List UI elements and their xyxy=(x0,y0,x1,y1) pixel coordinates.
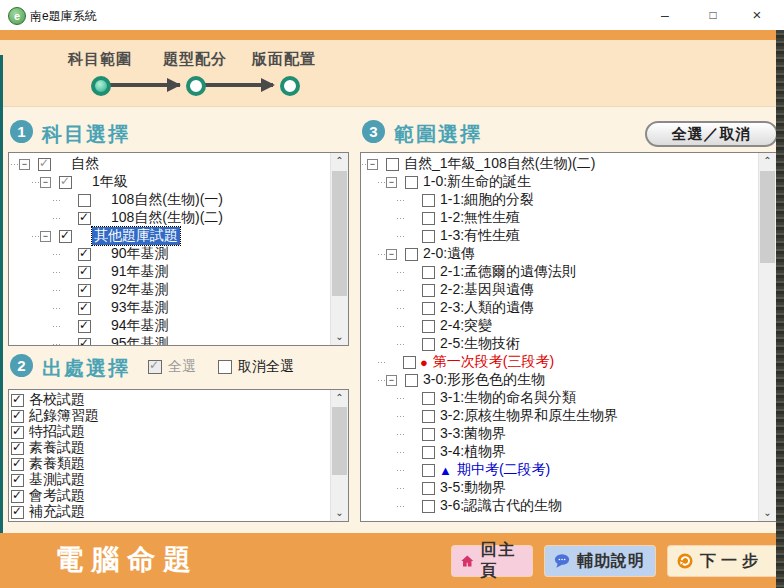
tree-item[interactable]: 94年基測 xyxy=(9,317,331,335)
tree-item-label[interactable]: 3-1:生物的命名與分類 xyxy=(440,389,576,407)
checkbox[interactable] xyxy=(422,464,435,477)
tree-item[interactable]: 3-4:植物界 xyxy=(361,443,759,461)
tree-item[interactable]: 3-2:原核生物界和原生生物界 xyxy=(361,407,759,425)
checkbox[interactable] xyxy=(59,230,72,243)
tree-item[interactable]: 1-3:有性生殖 xyxy=(361,227,759,245)
tree-item-label[interactable]: 90年基測 xyxy=(111,245,169,263)
scrollbar-thumb[interactable] xyxy=(332,407,347,475)
expander-icon[interactable]: − xyxy=(40,177,51,188)
list-item[interactable]: 會考試題 xyxy=(11,488,331,504)
checkbox[interactable] xyxy=(422,302,435,315)
tree-item[interactable]: −2-0:遺傳 xyxy=(361,245,759,263)
tree-item-label[interactable]: 3-3:菌物界 xyxy=(440,425,506,443)
checkbox[interactable] xyxy=(422,320,435,333)
expander-icon[interactable]: − xyxy=(386,249,397,260)
tree-item[interactable]: 3-6:認識古代的生物 xyxy=(361,497,759,515)
checkbox[interactable] xyxy=(422,266,435,279)
tree-item-label[interactable]: 自然 xyxy=(71,155,99,173)
tree-item[interactable]: −其他題庫試題 xyxy=(9,227,331,245)
tree-item-label[interactable]: 1年級 xyxy=(92,173,128,191)
tree-item-label[interactable]: 92年基測 xyxy=(111,281,169,299)
list-item[interactable]: 補充試題 xyxy=(11,504,331,520)
tree-item-label[interactable]: 2-3:人類的遺傳 xyxy=(440,299,534,317)
checkbox[interactable] xyxy=(422,194,435,207)
tree-item-label[interactable]: 1-1:細胞的分裂 xyxy=(440,191,534,209)
tree-item-label[interactable]: 108自然(生物)(一) xyxy=(111,191,223,209)
tree-item-label[interactable]: 自然_1年級_108自然(生物)(二) xyxy=(404,155,595,173)
list-item[interactable]: 各校試題 xyxy=(11,392,331,408)
checkbox[interactable] xyxy=(78,284,91,297)
checkbox[interactable] xyxy=(422,482,435,495)
checkbox[interactable] xyxy=(386,158,399,171)
list-item[interactable]: 基測試題 xyxy=(11,472,331,488)
tree-item[interactable]: −1年級 xyxy=(9,173,331,191)
tree-item[interactable]: 95年基測 xyxy=(9,335,331,346)
tree-item-label[interactable]: 1-0:新生命的誕生 xyxy=(423,173,531,191)
list-item[interactable]: 特招試題 xyxy=(11,424,331,440)
tree-item[interactable]: 2-3:人類的遺傳 xyxy=(361,299,759,317)
checkbox[interactable] xyxy=(59,176,72,189)
checkbox[interactable] xyxy=(422,338,435,351)
tree-item-label[interactable]: 3-2:原核生物界和原生生物界 xyxy=(440,407,618,425)
checkbox[interactable] xyxy=(11,394,24,407)
tree-item-label[interactable]: 2-2:基因與遺傳 xyxy=(440,281,534,299)
tree-item-label[interactable]: 2-0:遺傳 xyxy=(423,245,475,263)
checkbox[interactable] xyxy=(422,446,435,459)
checkbox[interactable] xyxy=(78,212,91,225)
checkbox[interactable] xyxy=(422,428,435,441)
checkbox[interactable] xyxy=(78,248,91,261)
tree-item[interactable]: 3-1:生物的命名與分類 xyxy=(361,389,759,407)
tree-item-label[interactable]: 3-4:植物界 xyxy=(440,443,506,461)
list-item[interactable]: 素養類題 xyxy=(11,456,331,472)
tree-item[interactable]: ▲期中考(二段考) xyxy=(361,461,759,479)
tree-item-label[interactable]: 2-1:孟德爾的遺傳法則 xyxy=(440,263,576,281)
expander-icon[interactable]: − xyxy=(386,177,397,188)
checkbox[interactable] xyxy=(405,374,418,387)
expander-icon[interactable]: − xyxy=(19,159,30,170)
tree-item-label[interactable]: 第一次段考(三段考) xyxy=(433,353,554,371)
tree-item-label[interactable]: 95年基測 xyxy=(111,335,169,346)
tree-item-label[interactable]: 2-4:突變 xyxy=(440,317,492,335)
tree-item-label[interactable]: 2-5:生物技術 xyxy=(440,335,520,353)
scroll-down-icon[interactable]: ⌄ xyxy=(331,505,348,521)
tree-item-label[interactable]: 3-6:認識古代的生物 xyxy=(440,497,562,515)
checkbox[interactable] xyxy=(78,194,91,207)
scroll-up-icon[interactable]: ⌃ xyxy=(759,153,776,169)
checkbox[interactable] xyxy=(78,320,91,333)
help-button[interactable]: 輔助說明 xyxy=(545,546,655,576)
checkbox[interactable] xyxy=(78,302,91,315)
maximize-button[interactable]: □ xyxy=(696,0,730,30)
scroll-down-icon[interactable]: ⌄ xyxy=(331,329,348,345)
tree-item[interactable]: 108自然(生物)(二) xyxy=(9,209,331,227)
checkbox[interactable] xyxy=(422,392,435,405)
checkbox[interactable] xyxy=(11,442,24,455)
checkbox[interactable] xyxy=(405,176,418,189)
tree-item[interactable]: 3-3:菌物界 xyxy=(361,425,759,443)
expander-icon[interactable]: − xyxy=(40,231,51,242)
tree-item-label[interactable]: 3-5:動物界 xyxy=(440,479,506,497)
select-toggle-button[interactable]: 全選／取消 xyxy=(645,121,778,147)
tree-item-label[interactable]: 其他題庫試題 xyxy=(92,227,180,245)
scrollbar[interactable]: ⌃ ⌄ xyxy=(758,153,776,521)
checkbox[interactable] xyxy=(11,458,24,471)
checkbox[interactable] xyxy=(405,248,418,261)
checkbox[interactable] xyxy=(11,490,24,503)
scrollbar[interactable]: ⌃ ⌄ xyxy=(330,153,348,345)
checkbox[interactable] xyxy=(78,266,91,279)
checkbox[interactable] xyxy=(11,410,24,423)
tree-item[interactable]: 93年基測 xyxy=(9,299,331,317)
list-item[interactable]: 紀錄簿習題 xyxy=(11,408,331,424)
checkbox[interactable] xyxy=(422,284,435,297)
checkbox[interactable] xyxy=(422,410,435,423)
select-all-checkbox[interactable]: 全選 xyxy=(148,358,196,376)
tree-item[interactable]: ●第一次段考(三段考) xyxy=(361,353,759,371)
tree-item[interactable]: 91年基測 xyxy=(9,263,331,281)
tree-item[interactable]: 1-2:無性生殖 xyxy=(361,209,759,227)
tree-item[interactable]: 3-5:動物界 xyxy=(361,479,759,497)
tree-item[interactable]: 2-4:突變 xyxy=(361,317,759,335)
scrollbar-thumb[interactable] xyxy=(332,171,347,296)
tree-item[interactable]: −3-0:形形色色的生物 xyxy=(361,371,759,389)
expander-icon[interactable]: − xyxy=(367,159,378,170)
deselect-all-checkbox[interactable]: 取消全選 xyxy=(218,358,294,376)
scrollbar-thumb[interactable] xyxy=(760,171,775,263)
